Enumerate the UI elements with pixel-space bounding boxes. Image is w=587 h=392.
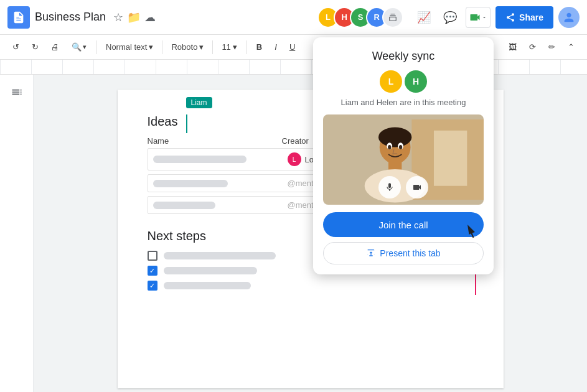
checkbox-3[interactable]: ✓ — [148, 281, 157, 291]
font-size-select[interactable]: 11 ▾ — [218, 39, 240, 56]
video-preview — [323, 114, 484, 205]
divider-3 — [212, 40, 213, 54]
name-bar-3 — [153, 202, 215, 209]
italic-button[interactable]: I — [270, 39, 282, 56]
ruler-content — [0, 60, 587, 74]
next-steps-text: Next steps — [148, 229, 206, 243]
font-chevron: ▾ — [199, 42, 204, 52]
size-chevron: ▾ — [233, 42, 237, 52]
divider-2 — [162, 40, 162, 54]
check-bar-3 — [164, 282, 251, 289]
expand-btn[interactable]: ⌃ — [563, 39, 580, 56]
checklist-item-3: ✓ — [148, 281, 474, 291]
check-icon-2: ✓ — [149, 267, 155, 275]
name-cell-3 — [153, 202, 278, 209]
ruler — [0, 60, 587, 75]
title-icons: ☆ 📁 ☁ — [113, 11, 156, 24]
camera-toggle-btn[interactable] — [406, 176, 428, 198]
join-call-button[interactable]: Join the call — [323, 212, 484, 237]
name-cell-2 — [153, 180, 278, 187]
app-icon[interactable] — [7, 6, 30, 29]
doc-title: Business Plan — [35, 11, 106, 24]
name-cell-1 — [153, 156, 278, 163]
name-bar-2 — [153, 180, 228, 187]
font-size-label: 11 — [222, 42, 230, 52]
checkbox-1[interactable] — [148, 251, 157, 261]
collaborator-avatars: L H S R — [317, 7, 403, 28]
undo-button[interactable]: ↺ — [7, 39, 24, 56]
user-avatar[interactable] — [558, 7, 580, 28]
mic-toggle-btn[interactable] — [378, 176, 401, 198]
meeting-status: Liam and Helen are in this meeting — [323, 98, 484, 107]
video-controls — [378, 176, 428, 198]
check-icon-3: ✓ — [149, 282, 155, 290]
svg-point-10 — [399, 145, 402, 149]
meet-button[interactable] — [466, 7, 491, 28]
text-style-select[interactable]: Normal text ▾ — [102, 39, 157, 56]
comment-icon-btn[interactable]: 💬 — [439, 7, 461, 28]
font-select[interactable]: Roboto ▾ — [167, 39, 207, 56]
meeting-avatars: L H — [323, 70, 484, 93]
folder-icon[interactable]: 📁 — [127, 11, 141, 24]
avatar-more[interactable] — [382, 7, 403, 28]
svg-rect-2 — [434, 131, 467, 186]
meet-avatar-1: L — [380, 70, 402, 93]
redo-button[interactable]: ↻ — [27, 39, 44, 56]
divider-4 — [246, 40, 247, 54]
svg-point-9 — [388, 145, 391, 149]
ideas-title-text: Ideas — [148, 114, 178, 128]
style-chevron: ▾ — [149, 42, 153, 52]
divider-1 — [96, 40, 97, 54]
name-bar-1 — [153, 156, 247, 163]
creator-avatar-1: L — [288, 152, 301, 166]
outline-icon[interactable] — [7, 82, 27, 102]
cursor-arrow — [465, 225, 480, 242]
main-area: Ideas Liam Name Creator — [0, 75, 587, 392]
liam-cursor-label: Liam — [186, 97, 212, 108]
edit-btn[interactable]: ✏ — [543, 39, 560, 56]
col-name-header: Name — [148, 136, 272, 146]
present-icon — [366, 248, 376, 258]
image-btn[interactable]: 🖼 — [504, 39, 522, 56]
cloud-icon[interactable]: ☁ — [144, 11, 156, 24]
trending-icon-btn[interactable]: 📈 — [413, 7, 434, 28]
checkbox-2[interactable]: ✓ — [148, 266, 157, 276]
right-tools: 🖼 ⟳ ✏ ⌃ — [504, 39, 580, 56]
top-bar: Business Plan ☆ 📁 ☁ L H S R 📈 💬 Share — [0, 0, 587, 35]
star-icon[interactable]: ☆ — [113, 11, 123, 24]
text-style-label: Normal text — [106, 42, 147, 52]
check-bar-2 — [164, 267, 257, 274]
check-bar-1 — [164, 252, 276, 259]
left-panel — [0, 75, 34, 392]
share-label: Share — [519, 12, 543, 22]
font-label: Roboto — [171, 42, 197, 52]
meet-popup: Weekly sync L H Liam and Helen are in th… — [313, 37, 494, 274]
svg-point-4 — [378, 127, 411, 147]
bold-button[interactable]: B — [251, 39, 267, 56]
present-tab-button[interactable]: Present this tab — [323, 242, 484, 264]
doc-area: Ideas Liam Name Creator — [34, 75, 587, 392]
underline-button[interactable]: U — [284, 39, 300, 56]
present-tab-label: Present this tab — [380, 248, 440, 258]
toolbar: ↺ ↻ 🖨 🔍▾ Normal text ▾ Roboto ▾ 11 ▾ B I… — [0, 35, 587, 60]
print-button[interactable]: 🖨 — [46, 39, 64, 56]
share-button[interactable]: Share — [495, 6, 553, 29]
join-call-label: Join the call — [378, 220, 428, 230]
meet-avatar-2: H — [405, 70, 427, 93]
refresh-btn[interactable]: ⟳ — [524, 39, 541, 56]
liam-cursor-line — [186, 114, 187, 133]
zoom-button[interactable]: 🔍▾ — [67, 39, 92, 56]
meet-popup-title: Weekly sync — [323, 50, 484, 63]
